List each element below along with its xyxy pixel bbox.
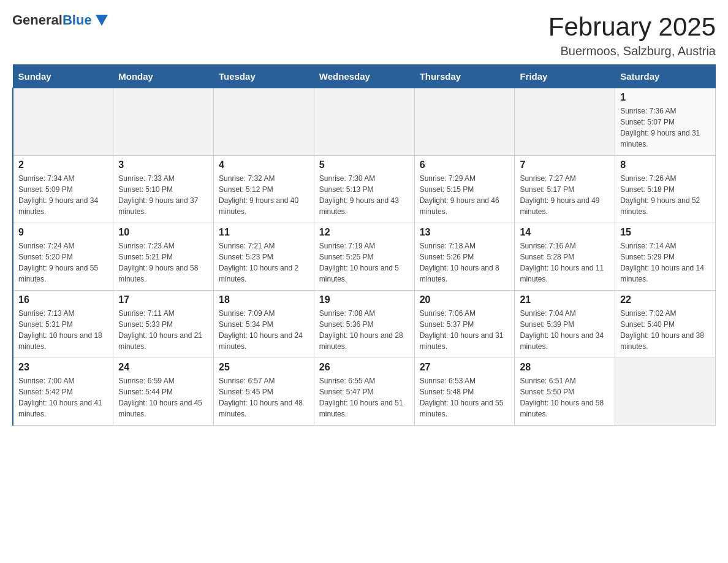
calendar-cell xyxy=(615,358,716,426)
day-info: Sunrise: 7:14 AM Sunset: 5:29 PM Dayligh… xyxy=(620,240,710,285)
calendar-week-row: 1Sunrise: 7:36 AM Sunset: 5:07 PM Daylig… xyxy=(13,88,716,156)
logo-general-text: General xyxy=(12,12,63,28)
day-number: 23 xyxy=(18,362,108,373)
day-info: Sunrise: 7:11 AM Sunset: 5:33 PM Dayligh… xyxy=(118,308,208,352)
day-info: Sunrise: 7:16 AM Sunset: 5:28 PM Dayligh… xyxy=(520,240,610,285)
logo: GeneralBlue xyxy=(12,12,108,28)
day-info: Sunrise: 7:06 AM Sunset: 5:37 PM Dayligh… xyxy=(420,308,510,352)
calendar-week-row: 2Sunrise: 7:34 AM Sunset: 5:09 PM Daylig… xyxy=(13,156,716,223)
day-number: 8 xyxy=(620,159,710,170)
calendar-cell xyxy=(414,88,515,156)
day-number: 10 xyxy=(118,227,208,238)
calendar-cell: 20Sunrise: 7:06 AM Sunset: 5:37 PM Dayli… xyxy=(414,291,515,358)
day-info: Sunrise: 7:02 AM Sunset: 5:40 PM Dayligh… xyxy=(620,308,710,352)
day-info: Sunrise: 7:30 AM Sunset: 5:13 PM Dayligh… xyxy=(319,173,409,217)
calendar-cell: 1Sunrise: 7:36 AM Sunset: 5:07 PM Daylig… xyxy=(615,88,716,156)
day-number: 15 xyxy=(620,227,710,238)
calendar-cell: 7Sunrise: 7:27 AM Sunset: 5:17 PM Daylig… xyxy=(515,156,615,223)
day-number: 12 xyxy=(319,227,409,238)
day-info: Sunrise: 7:26 AM Sunset: 5:18 PM Dayligh… xyxy=(620,173,710,217)
calendar-cell: 3Sunrise: 7:33 AM Sunset: 5:10 PM Daylig… xyxy=(113,156,214,223)
day-number: 20 xyxy=(420,294,510,305)
day-info: Sunrise: 6:51 AM Sunset: 5:50 PM Dayligh… xyxy=(520,375,610,419)
day-info: Sunrise: 6:57 AM Sunset: 5:45 PM Dayligh… xyxy=(219,375,309,419)
day-info: Sunrise: 7:09 AM Sunset: 5:34 PM Dayligh… xyxy=(219,308,309,352)
day-info: Sunrise: 7:21 AM Sunset: 5:23 PM Dayligh… xyxy=(219,240,309,285)
day-number: 14 xyxy=(520,227,610,238)
calendar-cell: 15Sunrise: 7:14 AM Sunset: 5:29 PM Dayli… xyxy=(615,223,716,291)
day-info: Sunrise: 7:33 AM Sunset: 5:10 PM Dayligh… xyxy=(118,173,208,217)
day-number: 2 xyxy=(18,159,108,170)
day-info: Sunrise: 7:36 AM Sunset: 5:07 PM Dayligh… xyxy=(620,105,710,150)
day-info: Sunrise: 7:04 AM Sunset: 5:39 PM Dayligh… xyxy=(520,308,610,352)
calendar-cell: 23Sunrise: 7:00 AM Sunset: 5:42 PM Dayli… xyxy=(13,358,113,426)
day-info: Sunrise: 7:27 AM Sunset: 5:17 PM Dayligh… xyxy=(520,173,610,217)
calendar-cell xyxy=(515,88,615,156)
day-number: 5 xyxy=(319,159,409,170)
day-info: Sunrise: 7:23 AM Sunset: 5:21 PM Dayligh… xyxy=(118,240,208,285)
day-info: Sunrise: 7:32 AM Sunset: 5:12 PM Dayligh… xyxy=(219,173,309,217)
month-title: February 2025 xyxy=(548,12,716,42)
logo-wordmark: GeneralBlue xyxy=(12,12,92,28)
day-info: Sunrise: 6:53 AM Sunset: 5:48 PM Dayligh… xyxy=(420,375,510,419)
calendar-cell: 4Sunrise: 7:32 AM Sunset: 5:12 PM Daylig… xyxy=(214,156,314,223)
location-title: Buermoos, Salzburg, Austria xyxy=(548,44,716,58)
weekday-header-tuesday: Tuesday xyxy=(214,65,314,88)
calendar-cell: 26Sunrise: 6:55 AM Sunset: 5:47 PM Dayli… xyxy=(314,358,414,426)
day-info: Sunrise: 7:13 AM Sunset: 5:31 PM Dayligh… xyxy=(18,308,108,352)
calendar-cell: 10Sunrise: 7:23 AM Sunset: 5:21 PM Dayli… xyxy=(113,223,214,291)
day-number: 18 xyxy=(219,294,309,305)
calendar-cell xyxy=(314,88,414,156)
day-number: 24 xyxy=(118,362,208,373)
calendar-cell: 2Sunrise: 7:34 AM Sunset: 5:09 PM Daylig… xyxy=(13,156,113,223)
day-number: 28 xyxy=(520,362,610,373)
day-number: 6 xyxy=(420,159,510,170)
day-number: 13 xyxy=(420,227,510,238)
day-info: Sunrise: 6:59 AM Sunset: 5:44 PM Dayligh… xyxy=(118,375,208,419)
day-number: 3 xyxy=(118,159,208,170)
calendar-cell: 21Sunrise: 7:04 AM Sunset: 5:39 PM Dayli… xyxy=(515,291,615,358)
day-number: 1 xyxy=(620,92,710,103)
calendar-cell: 8Sunrise: 7:26 AM Sunset: 5:18 PM Daylig… xyxy=(615,156,716,223)
calendar-cell: 9Sunrise: 7:24 AM Sunset: 5:20 PM Daylig… xyxy=(13,223,113,291)
day-number: 22 xyxy=(620,294,710,305)
calendar-cell: 18Sunrise: 7:09 AM Sunset: 5:34 PM Dayli… xyxy=(214,291,314,358)
calendar-cell: 16Sunrise: 7:13 AM Sunset: 5:31 PM Dayli… xyxy=(13,291,113,358)
day-info: Sunrise: 6:55 AM Sunset: 5:47 PM Dayligh… xyxy=(319,375,409,419)
day-number: 4 xyxy=(219,159,309,170)
calendar-cell: 12Sunrise: 7:19 AM Sunset: 5:25 PM Dayli… xyxy=(314,223,414,291)
weekday-header-sunday: Sunday xyxy=(13,65,113,88)
calendar-cell: 19Sunrise: 7:08 AM Sunset: 5:36 PM Dayli… xyxy=(314,291,414,358)
calendar-cell: 11Sunrise: 7:21 AM Sunset: 5:23 PM Dayli… xyxy=(214,223,314,291)
logo-triangle-icon xyxy=(96,15,108,26)
weekday-header-monday: Monday xyxy=(113,65,214,88)
calendar-cell: 5Sunrise: 7:30 AM Sunset: 5:13 PM Daylig… xyxy=(314,156,414,223)
calendar-cell: 27Sunrise: 6:53 AM Sunset: 5:48 PM Dayli… xyxy=(414,358,515,426)
calendar-cell: 6Sunrise: 7:29 AM Sunset: 5:15 PM Daylig… xyxy=(414,156,515,223)
weekday-header-row: SundayMondayTuesdayWednesdayThursdayFrid… xyxy=(13,65,716,88)
weekday-header-friday: Friday xyxy=(515,65,615,88)
logo-blue-text: Blue xyxy=(63,12,92,28)
day-number: 19 xyxy=(319,294,409,305)
day-number: 11 xyxy=(219,227,309,238)
day-info: Sunrise: 7:24 AM Sunset: 5:20 PM Dayligh… xyxy=(18,240,108,285)
day-number: 27 xyxy=(420,362,510,373)
day-number: 26 xyxy=(319,362,409,373)
day-number: 17 xyxy=(118,294,208,305)
calendar-week-row: 16Sunrise: 7:13 AM Sunset: 5:31 PM Dayli… xyxy=(13,291,716,358)
day-number: 21 xyxy=(520,294,610,305)
page-header: GeneralBlue February 2025 Buermoos, Salz… xyxy=(12,12,716,58)
title-block: February 2025 Buermoos, Salzburg, Austri… xyxy=(548,12,716,58)
calendar-cell xyxy=(214,88,314,156)
day-number: 25 xyxy=(219,362,309,373)
calendar-week-row: 23Sunrise: 7:00 AM Sunset: 5:42 PM Dayli… xyxy=(13,358,716,426)
weekday-header-thursday: Thursday xyxy=(414,65,515,88)
day-info: Sunrise: 7:34 AM Sunset: 5:09 PM Dayligh… xyxy=(18,173,108,217)
calendar-cell: 13Sunrise: 7:18 AM Sunset: 5:26 PM Dayli… xyxy=(414,223,515,291)
calendar-week-row: 9Sunrise: 7:24 AM Sunset: 5:20 PM Daylig… xyxy=(13,223,716,291)
day-info: Sunrise: 7:18 AM Sunset: 5:26 PM Dayligh… xyxy=(420,240,510,285)
day-info: Sunrise: 7:29 AM Sunset: 5:15 PM Dayligh… xyxy=(420,173,510,217)
day-number: 9 xyxy=(18,227,108,238)
calendar-cell: 22Sunrise: 7:02 AM Sunset: 5:40 PM Dayli… xyxy=(615,291,716,358)
calendar-table: SundayMondayTuesdayWednesdayThursdayFrid… xyxy=(12,64,716,426)
